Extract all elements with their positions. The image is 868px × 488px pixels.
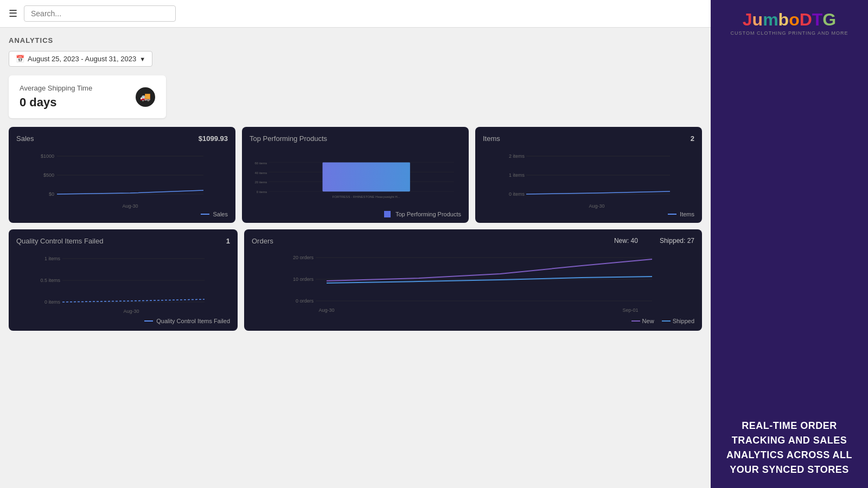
main-content: ANALYTICS 📅 August 25, 2023 - August 31,…: [0, 28, 711, 488]
svg-text:Sep-01: Sep-01: [622, 307, 638, 313]
calendar-icon: 📅: [16, 55, 24, 63]
sidebar: JumboDTG CUSTOM CLOTHING PRINTING AND MO…: [711, 0, 868, 488]
sidebar-tagline: REAL-TIME ORDER TRACKING AND SALES ANALY…: [719, 419, 859, 477]
orders-new-legend-label: New: [642, 318, 654, 324]
orders-legend: New Shipped: [631, 318, 694, 324]
orders-new-label: New: 40: [614, 237, 638, 245]
qc-title: Quality Control Items Failed: [16, 237, 103, 245]
qc-legend: Quality Control Items Failed: [144, 318, 230, 324]
logo-area: JumboDTG CUSTOM CLOTHING PRINTING AND MO…: [719, 11, 859, 36]
qc-chart: 1 items 0.5 items 0 items Aug-30: [16, 251, 230, 321]
svg-text:1 items: 1 items: [44, 256, 61, 261]
svg-text:0 items: 0 items: [509, 191, 525, 197]
orders-title: Orders: [252, 237, 273, 245]
shipping-icon: 🚚: [136, 87, 155, 107]
svg-text:Aug-30: Aug-30: [123, 309, 139, 314]
svg-text:0 items: 0 items: [44, 299, 61, 305]
svg-text:Aug-30: Aug-30: [589, 203, 604, 209]
top-products-legend-dot: [384, 211, 391, 217]
items-legend-label: Items: [680, 211, 694, 217]
search-input[interactable]: [31, 9, 169, 18]
items-value: 2: [691, 134, 694, 143]
header: ☰: [0, 0, 711, 28]
svg-text:40 items: 40 items: [254, 171, 267, 175]
analytics-title: ANALYTICS: [9, 36, 702, 44]
top-products-title: Top Performing Products: [250, 134, 327, 143]
svg-rect-15: [322, 162, 410, 191]
orders-shipped-legend-dot: [662, 320, 671, 322]
logo-text: JumboDTG: [719, 11, 859, 28]
top-charts-grid: Sales $1099.93 $1000 $500 $0 Aug-30: [9, 127, 702, 223]
svg-text:0 orders: 0 orders: [296, 298, 314, 304]
qc-card: Quality Control Items Failed 1 1 items 0…: [9, 229, 238, 331]
sales-legend-dot: [201, 214, 209, 215]
items-legend-dot: [668, 214, 676, 215]
date-range-label: August 25, 2023 - August 31, 2023: [28, 55, 136, 63]
top-products-legend-label: Top Performing Products: [395, 211, 461, 217]
items-chart: 2 items 1 items 0 items Aug-30: [483, 148, 694, 213]
qc-legend-label: Quality Control Items Failed: [156, 318, 230, 324]
sales-chart: $1000 $500 $0 Aug-30: [16, 148, 228, 213]
top-products-card: Top Performing Products 60 items 40 item…: [242, 127, 469, 223]
svg-text:2 items: 2 items: [509, 153, 525, 159]
svg-text:Aug-30: Aug-30: [122, 203, 138, 209]
orders-shipped-legend-label: Shipped: [673, 318, 694, 324]
svg-text:$0: $0: [49, 191, 54, 197]
orders-new-legend-dot: [631, 320, 640, 322]
svg-text:FORTRESS - RHINESTONE Heavywei: FORTRESS - RHINESTONE Heavyweight H...: [333, 195, 400, 198]
orders-chart: 20 orders 10 orders 0 orders Aug-30 Sep-…: [252, 249, 694, 320]
svg-text:$500: $500: [43, 172, 54, 178]
chevron-down-icon: ▼: [139, 56, 145, 62]
qc-legend-dot: [144, 320, 153, 322]
shipping-label: Average Shipping Time: [20, 84, 92, 92]
sales-legend-label: Sales: [213, 211, 228, 217]
date-picker[interactable]: 📅 August 25, 2023 - August 31, 2023 ▼: [9, 51, 152, 67]
svg-text:0.5 items: 0.5 items: [40, 278, 60, 283]
orders-card: Orders New: 40 Shipped: 27 20 orders 10 …: [244, 229, 702, 331]
orders-shipped-label: Shipped: 27: [660, 237, 694, 245]
bottom-charts-grid: Quality Control Items Failed 1 1 items 0…: [9, 229, 702, 331]
menu-icon[interactable]: ☰: [9, 8, 17, 20]
qc-value: 1: [226, 237, 230, 245]
top-products-chart: 60 items 40 items 20 items 0 items: [250, 148, 461, 213]
svg-text:60 items: 60 items: [254, 162, 267, 165]
sales-title: Sales: [16, 134, 34, 143]
svg-text:20 orders: 20 orders: [293, 255, 314, 260]
svg-text:0 items: 0 items: [257, 190, 267, 194]
items-title: Items: [483, 134, 500, 143]
search-box[interactable]: [24, 5, 176, 22]
items-legend: Items: [668, 211, 694, 217]
svg-text:1 items: 1 items: [509, 172, 525, 178]
svg-text:$1000: $1000: [41, 153, 54, 159]
logo-subtitle: CUSTOM CLOTHING PRINTING AND MORE: [719, 30, 859, 36]
svg-text:Aug-30: Aug-30: [318, 307, 334, 313]
svg-text:20 items: 20 items: [254, 181, 267, 184]
items-card: Items 2 2 items 1 items 0 items Aug-30 I…: [475, 127, 702, 223]
sales-legend: Sales: [201, 211, 228, 217]
shipping-card: Average Shipping Time 0 days 🚚: [9, 75, 166, 118]
sales-card: Sales $1099.93 $1000 $500 $0 Aug-30: [9, 127, 235, 223]
shipping-value: 0 days: [20, 95, 92, 110]
sales-value: $1099.93: [199, 134, 228, 143]
svg-text:10 orders: 10 orders: [293, 277, 314, 282]
top-products-legend: Top Performing Products: [384, 211, 461, 217]
